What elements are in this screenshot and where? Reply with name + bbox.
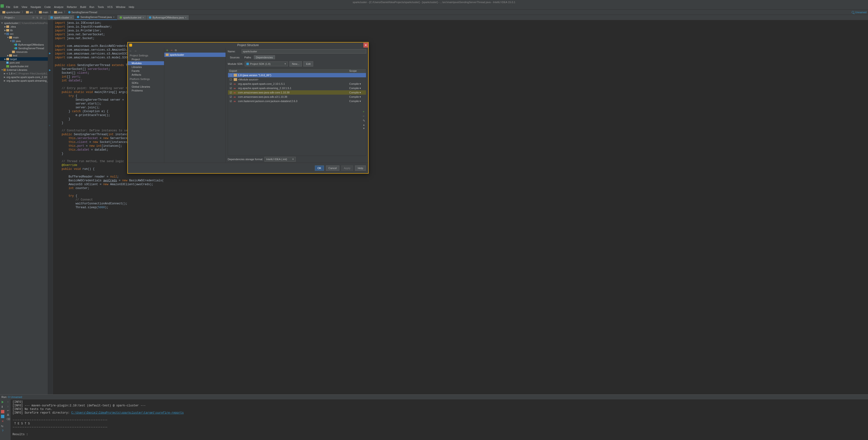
crumb-SendingServerThread[interactable]: SendingServerThread	[67, 11, 98, 14]
dependency-side-buttons[interactable]: + − ✎ ▲ ▼	[363, 110, 365, 130]
stop-icon[interactable]	[1, 410, 4, 413]
menu-vcs[interactable]: VCS	[105, 5, 114, 8]
sidebar-item-libraries[interactable]: Libraries	[128, 65, 164, 69]
tree-node[interactable]: ▼main	[0, 36, 48, 39]
forward-icon[interactable]: →	[134, 49, 137, 53]
editor-tab[interactable]: spark-cluster×	[48, 15, 74, 20]
menu-view[interactable]: View	[20, 5, 29, 8]
editor-tab[interactable]: ByAverageOfMedians.java×	[147, 15, 189, 20]
menu-edit[interactable]: Edit	[12, 5, 20, 8]
scope-combo[interactable]: Compile ▾	[349, 87, 366, 90]
back-icon[interactable]: ←	[129, 49, 132, 53]
run-config[interactable]: Unnamed	[8, 396, 22, 399]
dialog-close-button[interactable]: ✕	[363, 43, 368, 48]
editor-tab[interactable]: sparkcluster.iml×	[117, 15, 147, 20]
dependency-row[interactable]: ☐<Module source>	[228, 77, 366, 82]
sdk-combo[interactable]: Project SDK (1.8) ▼	[245, 61, 288, 66]
ok-button[interactable]: OK	[315, 165, 324, 171]
run-tools-secondary[interactable]: ↑ ↓ ↩ 🖶 ⌫	[5, 400, 10, 440]
tree-node[interactable]: ▶< 1.8 > (C:\Program Files\Java\jdk1.8.0…	[0, 71, 48, 75]
crumb-src[interactable]: src	[25, 11, 34, 14]
tree-node[interactable]: sparkcluster.iml	[0, 64, 48, 68]
rerun-icon[interactable]	[1, 400, 4, 404]
help-button[interactable]: Help	[355, 165, 366, 171]
sdk-edit-button[interactable]: Edit	[303, 61, 313, 66]
tree-node[interactable]: ▶test	[0, 54, 48, 57]
crumb-java[interactable]: java	[53, 11, 63, 14]
export-checkbox[interactable]: ☑	[228, 95, 234, 98]
menu-file[interactable]: File	[4, 5, 12, 8]
close-icon[interactable]: ✕	[1, 419, 4, 423]
dependency-row[interactable]: ☐1.8 (java version "1.8.0_65")	[228, 73, 366, 77]
module-item[interactable]: sparkcluster	[164, 53, 225, 57]
tree-node[interactable]: SendingServerThread	[0, 46, 48, 50]
scope-combo[interactable]: Compile ▾	[349, 95, 366, 98]
cancel-button[interactable]: Cancel	[326, 165, 339, 171]
scope-combo[interactable]: Compile ▾	[349, 100, 366, 103]
move-down-icon[interactable]: ▼	[363, 127, 365, 130]
sidebar-item-problems[interactable]: Problems	[128, 89, 164, 92]
subtab-sources[interactable]: Sources	[228, 55, 242, 59]
tree-node[interactable]: ▼sparkcluster (C:\Users\Daniel\IdeaProje…	[0, 21, 48, 25]
tree-node[interactable]: ▼External Libraries	[0, 68, 48, 71]
sidebar-item-project[interactable]: Project	[128, 57, 164, 61]
menu-analyze[interactable]: Analyze	[52, 5, 65, 8]
remove-icon[interactable]: −	[170, 48, 173, 52]
run-tools-primary[interactable]: ⬇ ✕ ⇆ ?	[0, 400, 5, 440]
scope-combo[interactable]: Compile ▾	[349, 83, 366, 86]
tw-tool[interactable]: ⇅	[36, 16, 39, 19]
export-checkbox[interactable]: ☐	[228, 74, 234, 77]
export-checkbox[interactable]: ☐	[228, 78, 234, 81]
crumb-sparkcluster[interactable]: sparkcluster	[1, 11, 21, 14]
edit-dependency-icon[interactable]: ✎	[363, 119, 365, 123]
menu-navigate[interactable]: Navigate	[29, 5, 42, 8]
sidebar-item-artifacts[interactable]: Artifacts	[128, 73, 164, 76]
search-everywhere-indicator[interactable]: Unnamed	[852, 11, 867, 14]
breadcrumb[interactable]: sparkcluster〉src〉main〉java〉SendingServer…	[1, 10, 98, 14]
sidebar-item-facets[interactable]: Facets	[128, 69, 164, 73]
subtab-dependencies[interactable]: Dependencies	[254, 55, 275, 59]
tree-node[interactable]: mpom.xml	[0, 61, 48, 64]
copy-icon[interactable]: ⧉	[175, 49, 177, 52]
export-checkbox[interactable]: ☑	[228, 91, 234, 94]
move-up-icon[interactable]: ▲	[363, 123, 365, 126]
tw-tool[interactable]: ⟳	[32, 16, 35, 19]
subtab-paths[interactable]: Paths	[242, 55, 253, 59]
tree-node[interactable]: ▶target	[0, 57, 48, 61]
dependency-row[interactable]: ☑mcom.fasterxml.jackson.core:jackson-dat…	[228, 99, 366, 103]
tree-node[interactable]: ▶.idea	[0, 25, 48, 28]
module-name-field[interactable]	[242, 49, 366, 54]
editor-tab[interactable]: SendingServerThread.java×	[74, 15, 117, 20]
menu-build[interactable]: Build	[79, 5, 88, 8]
up-icon[interactable]: ↑	[6, 400, 9, 403]
storage-combo[interactable]: IntelliJ IDEA (.iml) ▼	[265, 157, 296, 162]
help-icon[interactable]: ?	[1, 429, 4, 433]
console-output[interactable]: [INFO] [INFO] --- maven-surefire-plugin:…	[10, 400, 868, 440]
print-icon[interactable]: 🖶	[6, 413, 9, 416]
menu-run[interactable]: Run	[88, 5, 96, 8]
clear-icon[interactable]: ⌫	[6, 418, 9, 420]
menu-window[interactable]: Window	[114, 5, 127, 8]
module-subtabs[interactable]: SourcesPathsDependencies	[228, 55, 366, 59]
sidebar-item-modules[interactable]: Modules	[128, 61, 164, 65]
dependencies-table[interactable]: Export Scope ☐1.8 (java version "1.8.0_6…	[228, 68, 366, 156]
tree-node[interactable]: resources	[0, 50, 48, 54]
menu-refactor[interactable]: Refactor	[65, 5, 79, 8]
tree-node[interactable]: ▼src	[0, 32, 48, 36]
close-tab-icon[interactable]: ×	[113, 16, 115, 19]
wrap-icon[interactable]: ↩	[6, 409, 9, 412]
export-checkbox[interactable]: ☑	[228, 87, 234, 90]
tree-node[interactable]: ▶org.apache.spark:spark-core_2.10:1.5.1	[0, 75, 48, 79]
dependency-row[interactable]: ☑morg.apache.spark:spark-streaming_2.10:…	[228, 86, 366, 90]
dependency-row[interactable]: ☑morg.apache.spark:spark-core_2.10:1.5.1…	[228, 82, 366, 86]
tw-tool[interactable]: ⚙	[40, 16, 42, 19]
close-tab-icon[interactable]: ×	[70, 16, 72, 19]
tw-tool[interactable]: ⎯	[44, 16, 46, 19]
dependency-row[interactable]: ☑mcom.amazonaws:aws-java-sdk-s3:1.10.38C…	[228, 95, 366, 99]
dialog-title-bar[interactable]: Project Structure ✕	[128, 42, 368, 48]
add-dependency-icon[interactable]: +	[363, 110, 365, 113]
sidebar-item-sdks[interactable]: SDKs	[128, 81, 164, 85]
dialog-sidebar[interactable]: ←→ Project SettingsProjectModulesLibrari…	[128, 48, 164, 163]
down-icon[interactable]: ↓	[6, 405, 9, 408]
export-checkbox[interactable]: ☑	[228, 83, 234, 86]
